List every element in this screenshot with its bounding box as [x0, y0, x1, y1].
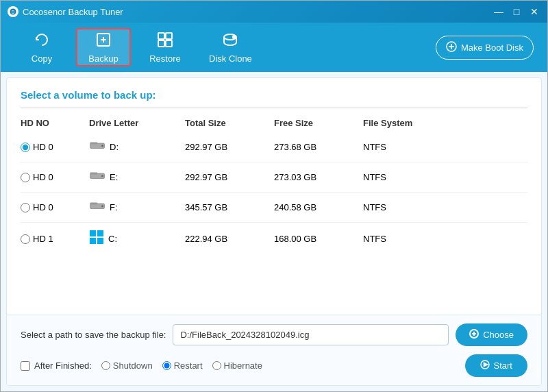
row-3-hd: HD 1 — [33, 234, 53, 244]
after-finished-label[interactable]: After Finished: — [21, 360, 92, 371]
col-fs: File System — [363, 118, 445, 128]
backup-label: Backup — [88, 53, 118, 64]
restore-button[interactable]: Restore — [138, 28, 192, 66]
after-left: After Finished: Shutdown Restart Hiberna… — [21, 360, 262, 371]
row-1-drive-letter: E: — [110, 172, 118, 182]
title-controls: — □ ✕ — [493, 5, 540, 18]
bottom-section: Select a path to save the backup file: C… — [7, 315, 541, 385]
restore-label: Restore — [149, 53, 181, 64]
main-panel: Select a volume to back up: HD NO Drive … — [6, 77, 542, 386]
row-0-free: 273.68 GB — [274, 142, 363, 152]
svg-point-19 — [101, 175, 103, 177]
svg-rect-21 — [90, 203, 98, 205]
svg-rect-25 — [90, 238, 96, 244]
path-label: Select a path to save the backup file: — [21, 330, 166, 340]
volume-section: Select a volume to back up: HD NO Drive … — [7, 78, 541, 315]
svg-text:B: B — [12, 10, 15, 14]
copy-label: Copy — [32, 53, 52, 64]
path-row: Select a path to save the backup file: C… — [21, 323, 527, 346]
after-finished-checkbox[interactable] — [21, 361, 30, 371]
row-2-hd: HD 0 — [33, 202, 53, 212]
app-icon: B — [8, 6, 18, 17]
diskclone-label: Disk Clone — [209, 53, 252, 64]
row-1-total: 292.97 GB — [185, 172, 274, 182]
choose-plus-icon — [469, 329, 479, 341]
toolbar: Copy Backup Restore — [1, 23, 547, 72]
app-window: B Cocosenor Backup Tuner — □ ✕ Copy — [0, 0, 548, 392]
shutdown-label: Shutdown — [113, 360, 153, 371]
svg-point-10 — [233, 36, 236, 38]
copy-icon — [34, 32, 50, 51]
row-3-fs: NTFS — [363, 234, 445, 244]
backup-icon — [95, 32, 112, 51]
table-row: HD 0 D: 292.97 GB 273.68 GB NTFS — [21, 132, 527, 162]
row-3-radio[interactable] — [21, 234, 30, 244]
makeboot-icon — [446, 41, 457, 54]
row-1-hd: HD 0 — [33, 172, 53, 182]
row-3-free: 168.00 GB — [274, 234, 363, 244]
section-title: Select a volume to back up: — [21, 89, 527, 101]
choose-label: Choose — [483, 330, 514, 340]
row-1-radio[interactable] — [21, 173, 30, 182]
hdd-icon-1 — [89, 169, 105, 185]
table-row: HD 0 F: 345.57 GB 240.58 GB NTFS — [21, 193, 527, 223]
start-button[interactable]: Start — [465, 354, 527, 377]
copy-button[interactable]: Copy — [14, 28, 69, 66]
start-label: Start — [494, 360, 512, 371]
row-1-select[interactable]: HD 0 — [21, 172, 89, 182]
row-3-select[interactable]: HD 1 — [21, 234, 89, 244]
title-bar-left: B Cocosenor Backup Tuner — [8, 6, 123, 17]
svg-marker-31 — [484, 363, 487, 367]
col-free: Free Size — [274, 118, 363, 128]
row-0-hd: HD 0 — [33, 142, 53, 152]
row-0-total: 292.97 GB — [185, 142, 274, 152]
svg-rect-15 — [90, 143, 98, 145]
table-row: HD 1 C: 222.94 GB 168.00 GB NTF — [21, 223, 527, 255]
shutdown-option[interactable]: Shutdown — [101, 360, 153, 371]
svg-rect-6 — [166, 33, 172, 39]
shutdown-radio[interactable] — [101, 361, 110, 370]
svg-point-16 — [101, 145, 103, 147]
table-row: HD 0 E: 292.97 GB 273.03 GB NTFS — [21, 162, 527, 193]
diskclone-icon — [222, 32, 238, 51]
svg-rect-24 — [97, 230, 103, 236]
row-0-select[interactable]: HD 0 — [21, 142, 89, 152]
makeboot-label: Make Boot Disk — [461, 42, 523, 53]
makeboot-button[interactable]: Make Boot Disk — [436, 36, 534, 60]
windows-icon — [89, 230, 104, 248]
maximize-button[interactable]: □ — [510, 5, 523, 18]
restart-option[interactable]: Restart — [162, 360, 203, 371]
diskclone-button[interactable]: Disk Clone — [199, 28, 262, 66]
restart-label: Restart — [174, 360, 203, 371]
hibernate-radio[interactable] — [212, 361, 221, 370]
app-title: Cocosenor Backup Tuner — [23, 7, 123, 17]
row-2-radio[interactable] — [21, 203, 30, 212]
path-input[interactable] — [173, 324, 449, 345]
row-0-fs: NTFS — [363, 142, 445, 152]
col-drive: Drive Letter — [89, 118, 185, 128]
row-2-drive: F: — [89, 199, 185, 215]
choose-button[interactable]: Choose — [456, 323, 527, 346]
restart-radio[interactable] — [162, 361, 171, 370]
col-hdno: HD NO — [21, 118, 89, 128]
row-2-fs: NTFS — [363, 202, 445, 212]
row-0-radio[interactable] — [21, 143, 30, 152]
table-divider — [21, 108, 527, 108]
row-3-drive-letter: C: — [108, 234, 117, 244]
row-2-drive-letter: F: — [110, 202, 118, 212]
restore-icon — [157, 32, 173, 51]
row-2-total: 345.57 GB — [185, 202, 274, 212]
svg-rect-7 — [158, 40, 164, 47]
table-header: HD NO Drive Letter Total Size Free Size … — [21, 114, 527, 132]
hibernate-option[interactable]: Hibernate — [212, 360, 262, 371]
row-1-free: 273.03 GB — [274, 172, 363, 182]
close-button[interactable]: ✕ — [528, 5, 540, 18]
title-bar: B Cocosenor Backup Tuner — □ ✕ — [1, 1, 547, 23]
hdd-icon-2 — [89, 199, 105, 215]
svg-rect-8 — [166, 40, 172, 47]
backup-button[interactable]: Backup — [76, 28, 131, 66]
row-2-select[interactable]: HD 0 — [21, 202, 89, 212]
svg-rect-26 — [97, 238, 103, 244]
minimize-button[interactable]: — — [493, 5, 505, 18]
hdd-icon-0 — [89, 139, 105, 155]
